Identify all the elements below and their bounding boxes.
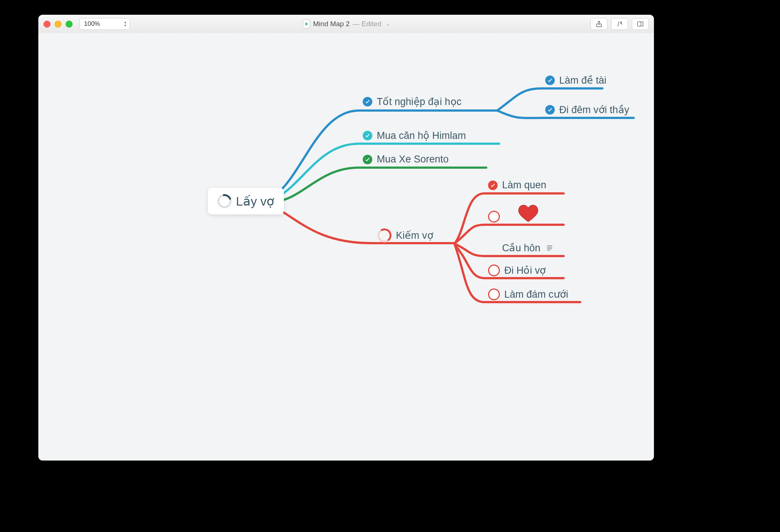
check-icon — [545, 105, 555, 115]
check-icon — [545, 76, 555, 85]
branch-label: Tốt nghiệp đại học — [377, 96, 462, 108]
child-label: Đi Hỏi vợ — [504, 265, 546, 276]
minimize-button[interactable] — [55, 21, 62, 28]
share-button[interactable] — [591, 18, 607, 30]
todo-icon — [488, 265, 500, 276]
close-button[interactable] — [43, 21, 51, 28]
maximize-button[interactable] — [66, 21, 73, 28]
child-node[interactable]: Cầu hôn — [502, 242, 552, 254]
child-label: Cầu hôn — [502, 242, 540, 254]
child-node[interactable]: Làm đề tài — [545, 74, 606, 86]
branch-node[interactable]: Mua Xe Sorento — [363, 154, 449, 165]
child-node[interactable] — [488, 211, 504, 223]
document-icon — [303, 20, 310, 28]
chevron-down-icon: ⌄ — [386, 21, 390, 27]
doc-status: — Edited — [353, 20, 382, 28]
heart-icon — [518, 203, 539, 224]
todo-icon — [488, 211, 500, 223]
child-label: Làm đám cưới — [504, 288, 568, 300]
branch-label: Mua Xe Sorento — [377, 154, 449, 165]
check-icon — [363, 155, 372, 164]
check-icon — [363, 131, 372, 140]
sidebar-toggle-button[interactable] — [632, 18, 649, 30]
child-label: Đi đêm với thầy — [559, 104, 629, 116]
branch-label: Kiếm vợ — [396, 230, 433, 241]
child-node[interactable]: Đi đêm với thầy — [545, 104, 629, 116]
branch-node[interactable]: Mua căn hộ Himlam — [363, 130, 466, 141]
branch-node[interactable]: Tốt nghiệp đại học — [363, 96, 462, 108]
root-node[interactable]: Lấy vợ — [208, 188, 284, 214]
child-label: Làm đề tài — [559, 74, 606, 86]
todo-icon — [488, 288, 500, 300]
doc-name: Mind Map 2 — [313, 20, 349, 28]
connectors — [38, 33, 654, 461]
zoom-value: 100% — [84, 20, 100, 28]
child-label: Làm quen — [502, 179, 546, 191]
check-icon — [363, 97, 372, 106]
mindmap-canvas[interactable]: Lấy vợ Tốt nghiệp đại học Làm đề tài Đi … — [38, 33, 654, 461]
branch-label: Mua căn hộ Himlam — [377, 130, 466, 141]
root-label: Lấy vợ — [236, 194, 274, 209]
zoom-select[interactable]: 100% ▲▼ — [79, 18, 130, 30]
child-node[interactable]: Làm quen — [488, 179, 546, 191]
branch-node[interactable]: Kiếm vợ — [377, 228, 433, 242]
titlebar: 100% ▲▼ Mind Map 2 — Edited ⌄ — [38, 15, 654, 34]
window-controls — [43, 21, 73, 28]
inspector-button[interactable] — [611, 18, 628, 30]
svg-point-1 — [621, 22, 622, 23]
check-icon — [488, 181, 498, 190]
child-node[interactable]: Làm đám cưới — [488, 288, 568, 300]
document-title[interactable]: Mind Map 2 — Edited ⌄ — [303, 20, 389, 28]
app-window: 100% ▲▼ Mind Map 2 — Edited ⌄ — [38, 15, 654, 461]
progress-icon — [376, 227, 393, 244]
progress-icon — [215, 192, 234, 211]
svg-rect-2 — [638, 22, 643, 26]
note-icon — [547, 245, 552, 251]
stepper-icon: ▲▼ — [124, 21, 127, 27]
child-node[interactable]: Đi Hỏi vợ — [488, 265, 546, 276]
